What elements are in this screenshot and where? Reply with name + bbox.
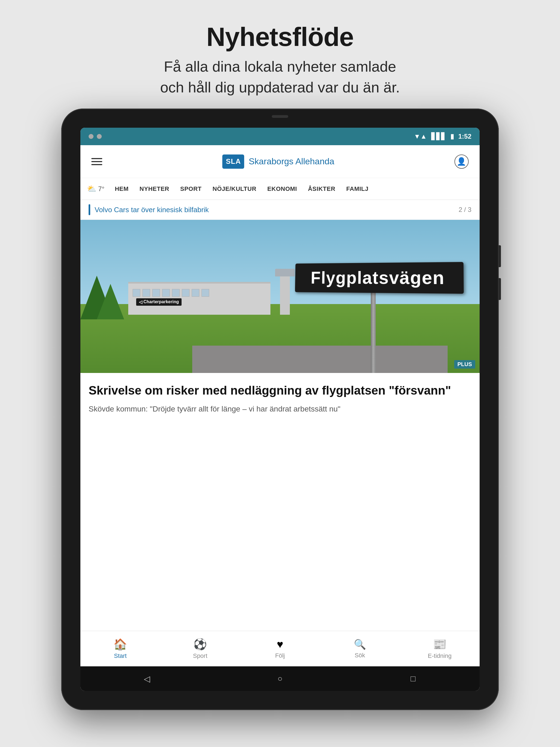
tablet-camera — [272, 115, 288, 118]
nav-item-hem[interactable]: HEM — [110, 183, 133, 195]
app-header: SLA Skaraborgs Allehanda 👤 — [80, 145, 480, 178]
window — [152, 289, 160, 297]
recent-apps-button[interactable]: □ — [406, 672, 420, 686]
label-bar-left: Volvo Cars tar över kinesisk bilfabrik — [88, 204, 209, 215]
battery-icon: ▮ — [450, 133, 454, 140]
street-sign: Flygplatsvägen — [295, 262, 464, 294]
notification-dot-2 — [97, 134, 102, 139]
tab-start[interactable]: 🏠 Start — [101, 638, 139, 660]
window — [133, 289, 140, 297]
nav-item-asikter[interactable]: ÅSIKTER — [303, 183, 340, 195]
weather-icon: ⛅ — [87, 184, 97, 193]
clock: 1:52 — [458, 133, 472, 140]
tab-etidning-label: E-tidning — [428, 652, 452, 660]
home-button[interactable]: ○ — [273, 672, 287, 686]
android-nav-bar: ◁ ○ □ — [80, 666, 480, 691]
sla-logo-icon: SLA — [222, 154, 244, 169]
window — [202, 289, 209, 297]
tablet-screen: ▼▲ ▋▋▋ ▮ 1:52 SLA Skaraborgs Allehanda � — [80, 128, 480, 691]
article-content: Skrivelse om risker med nedläggning av f… — [80, 373, 480, 421]
article-label-bar: Volvo Cars tar över kinesisk bilfabrik 2… — [80, 200, 480, 220]
featured-image[interactable]: Flygplatsvägen ◁Charterparkering PLUS — [80, 220, 480, 373]
pagination: 2 / 3 — [459, 206, 472, 213]
tab-start-label: Start — [114, 652, 127, 660]
logo-area: SLA Skaraborgs Allehanda — [222, 154, 334, 169]
hamburger-line-3 — [91, 164, 102, 165]
tab-sok-icon: 🔍 — [354, 639, 366, 650]
charterparkering-sign: ◁Charterparkering — [136, 298, 182, 306]
tower-top — [275, 269, 295, 277]
nav-item-noje[interactable]: NÖJE/KULTUR — [207, 183, 261, 195]
tab-folj-icon: ♥ — [277, 638, 283, 650]
window — [192, 289, 199, 297]
tab-etidning[interactable]: 📰 E-tidning — [421, 638, 459, 660]
tab-sok[interactable]: 🔍 Sök — [341, 639, 379, 659]
blue-accent-bar — [88, 204, 90, 215]
hamburger-menu[interactable] — [91, 158, 102, 165]
wifi-icon: ▼▲ — [414, 133, 427, 140]
tablet-device: ▼▲ ▋▋▋ ▮ 1:52 SLA Skaraborgs Allehanda � — [61, 108, 499, 710]
road — [192, 345, 448, 373]
plus-badge: PLUS — [454, 360, 475, 368]
tab-start-icon: 🏠 — [113, 638, 127, 651]
hamburger-line-1 — [91, 158, 102, 159]
article-summary: Skövde kommun: "Dröjde tyvärr allt för l… — [88, 403, 472, 415]
hamburger-line-2 — [91, 161, 102, 162]
window — [172, 289, 180, 297]
nav-item-sport[interactable]: SPORT — [175, 183, 206, 195]
nav-item-familj[interactable]: FAMILJ — [341, 183, 373, 195]
article-title[interactable]: Skrivelse om risker med nedläggning av f… — [88, 383, 472, 398]
featured-headline[interactable]: Volvo Cars tar över kinesisk bilfabrik — [95, 206, 209, 214]
window — [162, 289, 170, 297]
back-button[interactable]: ◁ — [140, 672, 154, 686]
tab-sok-label: Sök — [355, 652, 365, 659]
weather-widget: ⛅ 7° — [87, 184, 104, 193]
signal-icon: ▋▋▋ — [431, 133, 446, 140]
tab-sport-icon: ⚽ — [193, 638, 207, 651]
street-sign-text: Flygplatsvägen — [311, 267, 445, 288]
bottom-tab-bar: 🏠 Start ⚽ Sport ♥ Följ 🔍 Sök 📰 E-ti — [80, 631, 480, 666]
status-bar: ▼▲ ▋▋▋ ▮ 1:52 — [80, 128, 480, 145]
volume-up-button[interactable] — [499, 245, 501, 267]
app-name: Skaraborgs Allehanda — [249, 156, 334, 166]
profile-icon[interactable]: 👤 — [455, 154, 469, 169]
control-tower — [280, 277, 290, 315]
tab-etidning-icon: 📰 — [433, 638, 447, 651]
page-subtitle: Få alla dina lokala nyheter samlade och … — [160, 56, 400, 98]
volume-down-button[interactable] — [499, 278, 501, 300]
window — [143, 289, 150, 297]
notification-dot — [88, 134, 94, 139]
temperature: 7° — [98, 185, 104, 193]
tab-sport-label: Sport — [193, 652, 207, 660]
nav-item-nyheter[interactable]: NYHETER — [134, 183, 174, 195]
page-title: Nyhetsflöde — [160, 22, 400, 52]
tab-folj-label: Följ — [275, 652, 285, 659]
window — [182, 289, 189, 297]
tab-sport[interactable]: ⚽ Sport — [181, 638, 219, 660]
nav-bar: ⛅ 7° HEM NYHETER SPORT NÖJE/KULTUR EKONO… — [80, 178, 480, 200]
nav-item-ekonomi[interactable]: EKONOMI — [262, 183, 302, 195]
tab-folj[interactable]: ♥ Följ — [261, 638, 299, 659]
